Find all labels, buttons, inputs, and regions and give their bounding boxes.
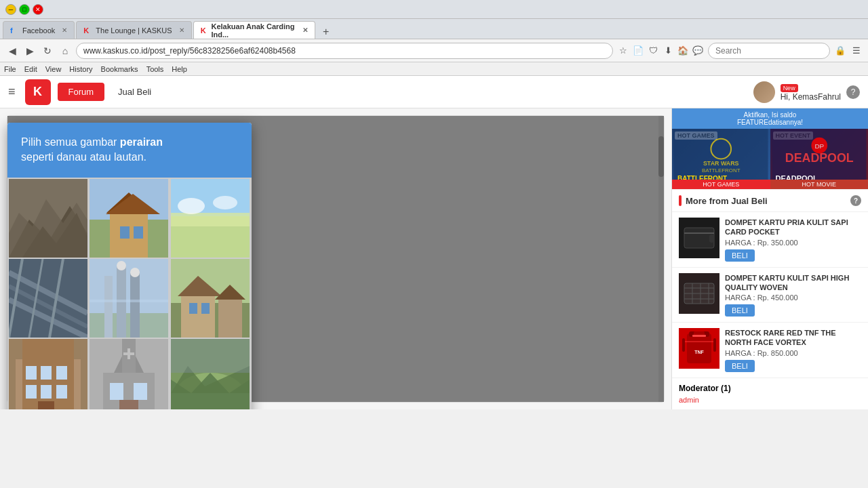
url-input[interactable] [76, 43, 613, 59]
menu-bar: File Edit View History Bookmarks Tools H… [0, 62, 868, 76]
address-bar: ◀ ▶ ↻ ⌂ ☆ 📄 🛡 ⬇ 🏠 💬 🔒 ☰ [0, 39, 868, 62]
kaskus-lounge-favicon: K [83, 26, 92, 35]
menu-help[interactable]: Help [172, 65, 187, 73]
home2-icon[interactable]: 🏠 [677, 45, 689, 57]
activate-feature-text: FEATUREdatisannya! [737, 119, 803, 126]
menu-bookmarks[interactable]: Bookmarks [101, 65, 138, 73]
captcha-image-1[interactable] [9, 179, 87, 258]
svg-rect-8 [120, 226, 130, 239]
product-name-3: RESTOCK RARE RED TNF THE NORTH FACE VORT… [725, 328, 861, 348]
more-jualbeli-header: More from Jual Beli ? [672, 190, 868, 212]
svg-rect-37 [189, 303, 197, 314]
hot-event-banner[interactable]: HOT EVENT DEADPOOL DP DEADPOOL HOT MOVIE [770, 129, 869, 189]
captcha-image-3[interactable] [171, 179, 250, 258]
menu-file[interactable]: File [4, 65, 16, 73]
svg-rect-42 [26, 366, 37, 380]
window-controls: ─ □ ✕ [5, 4, 43, 15]
back-btn[interactable]: ◀ [5, 44, 19, 58]
tab-carding-close[interactable]: ✕ [302, 26, 308, 34]
svg-marker-7 [106, 192, 151, 213]
moderator-name[interactable]: admin [679, 396, 861, 404]
tab-lounge-label: The Lounge | KASKUS [96, 26, 172, 35]
home-btn[interactable]: ⌂ [58, 44, 72, 58]
product-name-2: DOMPET KARTU KULIT SAPI HIGH QUALITY WOV… [725, 273, 861, 293]
vpn-icon[interactable]: 🔒 [834, 45, 846, 57]
tab-carding[interactable]: K Kelakuan Anak Carding Ind... ✕ [193, 21, 315, 39]
product-item-1: DOMPET KARTU PRIA KULIT SAPI CARD POCKET… [672, 212, 868, 268]
svg-text:TNF: TNF [694, 350, 704, 354]
minimize-btn[interactable]: ─ [5, 4, 16, 15]
activate-banner[interactable]: Aktifkan, Isi saldo FEATUREdatisannya! [672, 108, 868, 129]
svg-rect-30 [90, 300, 168, 302]
svg-rect-88 [692, 335, 706, 337]
search-input[interactable] [708, 43, 830, 59]
beli-btn-2[interactable]: BELI [725, 304, 755, 317]
svg-point-14 [213, 196, 237, 209]
menu-edit[interactable]: Edit [24, 65, 37, 73]
address-icons: ☆ 📄 🛡 ⬇ 🏠 💬 [617, 45, 704, 57]
captcha-image-9[interactable] [171, 339, 250, 409]
svg-rect-43 [41, 366, 52, 380]
captcha-image-8[interactable] [90, 339, 168, 409]
right-sidebar: Aktifkan, Isi saldo FEATUREdatisannya! H… [671, 108, 868, 409]
settings-icon[interactable]: ☰ [850, 45, 863, 57]
kaskus-logo[interactable]: K [25, 79, 51, 105]
svg-rect-24 [90, 313, 168, 338]
nav-jualbeli[interactable]: Jual Beli [111, 83, 158, 101]
beli-btn-1[interactable]: BELI [725, 249, 755, 262]
new-tab-btn[interactable]: + [319, 25, 333, 39]
menu-tools[interactable]: Tools [146, 65, 164, 73]
moderator-title: Moderator (1) [679, 384, 861, 393]
captcha-image-6[interactable] [171, 259, 250, 338]
hot-games-banner[interactable]: HOT GAMES STAR WARS BATTLEFRONT BATTLEFR… [672, 129, 770, 189]
product-price-1: HARGA : Rp. 350.000 [725, 239, 861, 247]
product-info-1: DOMPET KARTU PRIA KULIT SAPI CARD POCKET… [725, 218, 861, 262]
captcha-image-2[interactable] [90, 179, 168, 258]
svg-rect-74 [709, 235, 714, 243]
forward-btn[interactable]: ▶ [23, 44, 37, 58]
svg-rect-73 [684, 232, 714, 234]
close-btn[interactable]: ✕ [33, 4, 43, 15]
product-info-3: RESTOCK RARE RED TNF THE NORTH FACE VORT… [725, 328, 861, 372]
menu-view[interactable]: View [45, 65, 62, 73]
bookmark-star-icon[interactable]: ☆ [617, 45, 629, 57]
refresh-btn[interactable]: ↻ [41, 44, 54, 58]
svg-rect-33 [181, 293, 215, 338]
svg-rect-91 [713, 338, 716, 352]
nav-forum[interactable]: Forum [58, 83, 105, 101]
jualbeli-help-icon[interactable]: ? [850, 195, 861, 206]
maximize-btn[interactable]: □ [19, 4, 30, 15]
username-label[interactable]: Hi, KemasFahrul [781, 92, 841, 102]
shield-icon[interactable]: 🛡 [647, 45, 659, 57]
svg-rect-38 [201, 303, 210, 314]
svg-rect-54 [127, 348, 130, 359]
chat-icon[interactable]: 💬 [692, 45, 704, 57]
product-item-2: DOMPET KARTU KULIT SAPI HIGH QUALITY WOV… [672, 268, 868, 323]
captcha-header: Pilih semua gambar perairan seperti dana… [7, 123, 252, 178]
tab-lounge[interactable]: K The Lounge | KASKUS ✕ [76, 21, 191, 39]
captcha-image-4[interactable] [9, 259, 87, 338]
product-thumb-3: TNF [679, 328, 719, 369]
svg-rect-55 [110, 383, 123, 400]
captcha-modal: Pilih semua gambar perairan seperti dana… [7, 123, 252, 409]
svg-rect-47 [56, 385, 67, 399]
svg-rect-90 [682, 338, 685, 352]
download-icon[interactable]: ⬇ [662, 45, 674, 57]
svg-rect-35 [218, 296, 242, 338]
reader-icon[interactable]: 📄 [632, 45, 644, 57]
main-area: 19978 SMILIES 😊 😎 👍 🎩 😄 Upload Image : B… [0, 108, 868, 409]
hamburger-menu[interactable]: ≡ [8, 85, 16, 99]
help-icon[interactable]: ? [846, 85, 860, 99]
captcha-image-5[interactable] [90, 259, 168, 338]
tab-facebook-close[interactable]: ✕ [62, 26, 67, 34]
tab-lounge-close[interactable]: ✕ [179, 26, 184, 34]
svg-rect-46 [41, 385, 52, 399]
hot-section: HOT GAMES STAR WARS BATTLEFRONT BATTLEFR… [672, 129, 868, 190]
user-info-block: New Hi, KemasFahrul [781, 82, 841, 102]
moderator-section: Moderator (1) admin [672, 378, 868, 409]
beli-btn-3[interactable]: BELI [725, 360, 755, 372]
tab-facebook[interactable]: f Facebook ✕ [3, 21, 75, 39]
menu-history[interactable]: History [69, 65, 92, 73]
captcha-image-7[interactable] [9, 339, 87, 409]
tab-bar: f Facebook ✕ K The Lounge | KASKUS ✕ K K… [0, 19, 868, 39]
